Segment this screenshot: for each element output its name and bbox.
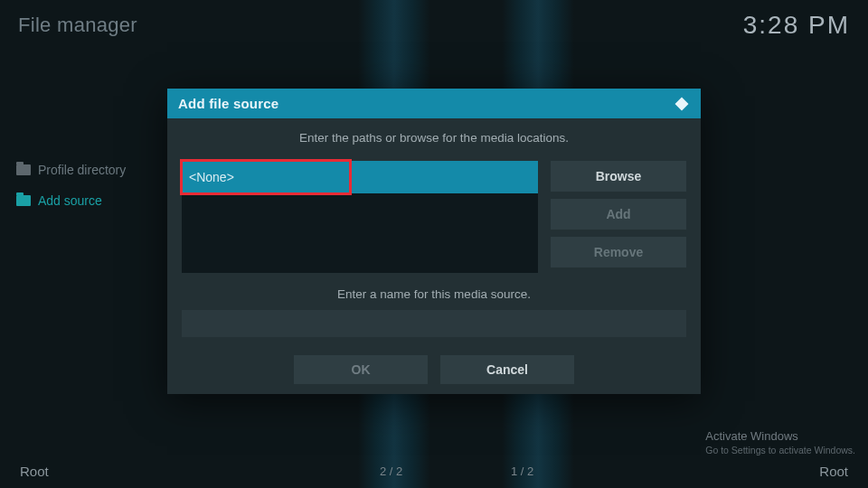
- paths-row: <None> Browse Add Remove: [182, 161, 686, 273]
- path-instruction-text: Enter the paths or browse for the media …: [182, 131, 686, 145]
- sidebar-item-profile-directory[interactable]: Profile directory: [16, 163, 170, 177]
- cancel-button[interactable]: Cancel: [440, 355, 574, 384]
- header-bar: File manager 3:28 PM: [0, 0, 868, 43]
- clock: 3:28 PM: [743, 11, 850, 40]
- watermark-line1: Activate Windows: [705, 429, 855, 443]
- browse-button[interactable]: Browse: [551, 161, 686, 192]
- path-buttons-column: Browse Add Remove: [551, 161, 686, 267]
- folder-icon: [16, 195, 31, 206]
- kodi-logo-icon: [674, 96, 690, 112]
- footer-right-label: Root: [819, 464, 848, 479]
- sidebar-item-label: Add source: [38, 193, 102, 208]
- sidebar: Profile directory Add source: [16, 163, 170, 224]
- sidebar-item-label: Profile directory: [38, 163, 126, 177]
- footer-left-label: Root: [20, 464, 49, 479]
- watermark-line2: Go to Settings to activate Windows.: [705, 445, 855, 455]
- add-button[interactable]: Add: [551, 199, 686, 230]
- path-entry-none[interactable]: <None>: [182, 161, 538, 193]
- dialog-title: Add file source: [178, 96, 278, 111]
- folder-icon: [16, 164, 31, 175]
- name-instruction-text: Enter a name for this media source.: [182, 287, 686, 301]
- ok-button[interactable]: OK: [294, 355, 428, 384]
- dialog-body: Enter the paths or browse for the media …: [167, 118, 701, 395]
- footer-bar: Root 2 / 2 1 / 2 Root: [0, 459, 868, 488]
- media-source-name-input[interactable]: [182, 310, 686, 337]
- add-file-source-dialog: Add file source Enter the paths or brows…: [167, 89, 701, 394]
- footer-right-counter: 1 / 2: [511, 465, 533, 478]
- path-entry-text: <None>: [189, 170, 234, 184]
- dialog-header: Add file source: [167, 89, 701, 118]
- dialog-action-buttons: OK Cancel: [182, 355, 686, 384]
- footer-left-counter: 2 / 2: [380, 465, 402, 478]
- page-title: File manager: [18, 14, 137, 37]
- paths-list: <None>: [182, 161, 538, 273]
- windows-activation-watermark: Activate Windows Go to Settings to activ…: [705, 429, 855, 455]
- remove-button[interactable]: Remove: [551, 237, 686, 267]
- sidebar-item-add-source[interactable]: Add source: [16, 193, 170, 208]
